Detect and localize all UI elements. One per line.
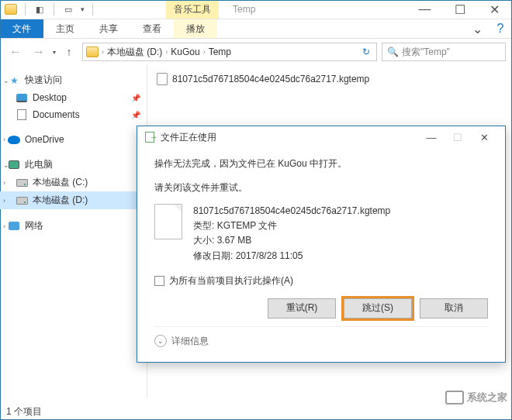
- maximize-button[interactable]: ☐: [442, 0, 477, 19]
- qat-newfolder-icon[interactable]: ▭: [62, 3, 74, 15]
- file-in-use-dialog: 文件正在使用 — ☐ ✕ 操作无法完成，因为文件已在 KuGou 中打开。 请关…: [137, 126, 506, 363]
- dialog-apply-all-checkbox[interactable]: 为所有当前项目执行此操作(A): [154, 274, 488, 287]
- dialog-file-size: 大小: 3.67 MB: [193, 233, 390, 248]
- search-placeholder: 搜索"Temp": [402, 46, 450, 59]
- qat-properties-icon[interactable]: ◧: [33, 3, 46, 15]
- minimize-button[interactable]: —: [407, 0, 442, 19]
- sidebar-desktop[interactable]: Desktop 📌: [0, 89, 147, 106]
- app-icon[interactable]: [5, 4, 17, 15]
- checkbox-label: 为所有当前项目执行此操作(A): [169, 274, 293, 287]
- file-item[interactable]: 81071c5d76718504c4e0245dc76a2717.kgtemp: [157, 73, 503, 85]
- dialog-title: 文件正在使用: [161, 131, 216, 144]
- expand-icon[interactable]: ⌄: [3, 161, 9, 169]
- nav-back-button[interactable]: ←: [6, 43, 25, 61]
- sidebar-label: 本地磁盘 (C:): [33, 176, 88, 189]
- cancel-button[interactable]: 取消: [420, 298, 488, 318]
- refresh-icon[interactable]: ↻: [359, 46, 373, 57]
- nav-history-dropdown[interactable]: ▾: [53, 49, 56, 56]
- watermark: 系统之家: [445, 391, 507, 405]
- dialog-file-name: 81071c5d76718504c4e0245dc76a2717.kgtemp: [193, 204, 390, 219]
- ribbon: 文件 主页 共享 查看 播放 ⌄ ?: [0, 19, 512, 39]
- expand-icon[interactable]: ⌄: [3, 77, 9, 84]
- sidebar-network[interactable]: › 网络: [0, 217, 147, 235]
- dialog-message-1: 操作无法完成，因为文件已在 KuGou 中打开。: [154, 157, 488, 170]
- desktop-icon: [16, 94, 27, 102]
- qat-dropdown-icon[interactable]: ▾: [81, 5, 85, 13]
- window-title: Temp: [233, 4, 255, 15]
- quick-access-toolbar: ◧ ▭ ▾: [0, 3, 96, 15]
- expand-icon[interactable]: ›: [3, 179, 5, 187]
- skip-button[interactable]: 跳过(S): [344, 298, 412, 318]
- dialog-close-button[interactable]: ✕: [471, 128, 497, 146]
- ribbon-tab-share[interactable]: 共享: [87, 19, 130, 38]
- sidebar-drive-c[interactable]: › 本地磁盘 (C:): [0, 174, 147, 191]
- breadcrumb-segment[interactable]: KuGou: [168, 46, 202, 57]
- pin-icon: 📌: [131, 111, 140, 119]
- breadcrumb-drive-icon: [86, 46, 99, 57]
- file-thumbnail-icon: [154, 204, 182, 239]
- expand-icon[interactable]: ›: [3, 222, 5, 230]
- search-icon: 🔍: [387, 46, 399, 57]
- dialog-maximize-button: ☐: [445, 128, 471, 146]
- chevron-down-icon: ⌄: [154, 335, 167, 347]
- ribbon-tab-view[interactable]: 查看: [130, 19, 174, 38]
- breadcrumb-segment[interactable]: Temp: [206, 46, 234, 57]
- drive-icon: [16, 197, 28, 205]
- sidebar-quick-access[interactable]: ⌄ ★ 快速访问: [0, 71, 147, 89]
- sidebar-onedrive[interactable]: › OneDrive: [0, 131, 147, 148]
- dialog-message-2: 请关闭该文件并重试。: [154, 181, 488, 195]
- drive-icon: [16, 179, 28, 187]
- sidebar-this-pc[interactable]: ⌄ 此电脑: [0, 156, 147, 174]
- document-icon: [17, 109, 26, 120]
- nav-forward-button: →: [29, 43, 48, 61]
- sidebar-label: 本地磁盘 (D:): [33, 194, 88, 207]
- pc-icon: [9, 160, 19, 169]
- file-icon: [157, 73, 168, 85]
- address-bar: ← → ▾ ↑ › 本地磁盘 (D:) › KuGou › Temp ↻ 🔍 搜…: [0, 39, 512, 65]
- window-titlebar: ◧ ▭ ▾ 音乐工具 Temp — ☐ ✕: [0, 0, 512, 19]
- checkbox-icon[interactable]: [154, 276, 164, 286]
- help-icon[interactable]: ?: [489, 19, 512, 38]
- ribbon-file-tab[interactable]: 文件: [0, 19, 43, 38]
- ribbon-tab-play[interactable]: 播放: [174, 19, 217, 38]
- dialog-icon: [145, 132, 156, 143]
- retry-button[interactable]: 重试(R): [268, 298, 336, 318]
- dialog-file-info: 81071c5d76718504c4e0245dc76a2717.kgtemp …: [154, 204, 488, 263]
- sidebar-label: OneDrive: [25, 134, 64, 145]
- file-name: 81071c5d76718504c4e0245dc76a2717.kgtemp: [172, 74, 369, 84]
- sidebar-label: Documents: [33, 109, 80, 120]
- expand-icon[interactable]: ›: [3, 136, 5, 143]
- sidebar-label: 网络: [25, 219, 43, 232]
- nav-up-button[interactable]: ↑: [61, 43, 78, 60]
- sidebar-drive-d[interactable]: › 本地磁盘 (D:): [0, 191, 147, 209]
- navigation-sidebar: ⌄ ★ 快速访问 Desktop 📌 Documents 📌 › OneDriv…: [0, 65, 147, 398]
- breadcrumb[interactable]: › 本地磁盘 (D:) › KuGou › Temp ↻: [82, 43, 377, 61]
- onedrive-icon: [8, 136, 20, 144]
- star-icon: ★: [8, 74, 20, 87]
- contextual-tab-label: 音乐工具: [166, 1, 219, 19]
- close-button[interactable]: ✕: [477, 0, 512, 19]
- watermark-text: 系统之家: [467, 391, 507, 405]
- details-label: 详细信息: [171, 335, 209, 348]
- search-input[interactable]: 🔍 搜索"Temp": [382, 43, 506, 61]
- breadcrumb-segment[interactable]: 本地磁盘 (D:): [104, 46, 165, 59]
- watermark-logo-icon: [445, 391, 464, 405]
- ribbon-tab-home[interactable]: 主页: [43, 19, 87, 38]
- sidebar-label: 此电脑: [25, 158, 53, 171]
- sidebar-label: Desktop: [33, 92, 67, 103]
- dialog-titlebar: 文件正在使用 — ☐ ✕: [137, 126, 505, 148]
- pin-icon: 📌: [131, 94, 140, 102]
- sidebar-label: 快速访问: [25, 74, 62, 87]
- ribbon-expand-icon[interactable]: ⌄: [465, 19, 489, 38]
- sidebar-documents[interactable]: Documents 📌: [0, 106, 147, 123]
- dialog-file-date: 修改日期: 2017/8/28 11:05: [193, 249, 390, 263]
- dialog-file-type: 类型: KGTEMP 文件: [193, 219, 390, 233]
- details-toggle[interactable]: ⌄ 详细信息: [154, 326, 488, 348]
- network-icon: [9, 222, 19, 230]
- expand-icon[interactable]: ›: [3, 197, 5, 205]
- status-bar: 1 个项目: [6, 405, 42, 418]
- dialog-minimize-button[interactable]: —: [418, 128, 445, 146]
